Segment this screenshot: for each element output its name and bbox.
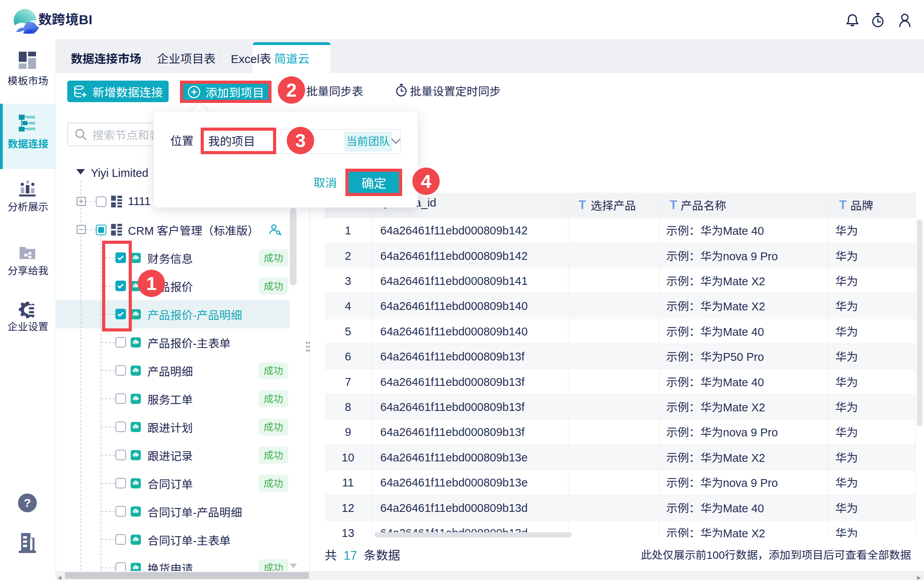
svg-text:?: ?	[24, 496, 31, 509]
